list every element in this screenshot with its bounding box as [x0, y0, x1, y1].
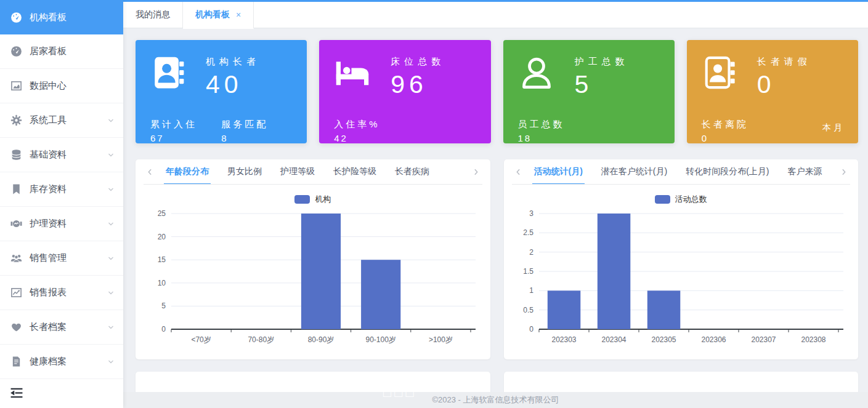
- sidebar-item-label: 护理资料: [30, 218, 107, 230]
- card-metric: 累计入住 67: [150, 119, 221, 143]
- legend-label: 机构: [315, 194, 331, 205]
- chevron-down-icon: [107, 151, 115, 159]
- chevron-down-icon: [107, 117, 115, 124]
- panel-tab-age-distribution-1[interactable]: 男女比例: [218, 159, 271, 184]
- tab-my-messages[interactable]: 我的消息: [123, 2, 183, 28]
- panel-tabs: 活动统计(月)潜在客户统计(月)转化时间段分布(上月)客户来源: [512, 159, 851, 185]
- bed-icon: [334, 55, 371, 111]
- metric-value: 42: [334, 133, 405, 143]
- svg-text:0.5: 0.5: [524, 306, 534, 314]
- heart-icon: [10, 321, 22, 334]
- sidebar-menu: 机构看板居家看板数据中心系统工具基础资料库存资料护理资料销售管理销售报表长者档案…: [0, 0, 123, 379]
- sidebar-item-home-dashboard[interactable]: 居家看板: [0, 34, 123, 69]
- person-outline-icon: [518, 55, 555, 111]
- sidebar-item-label: 基础资料: [30, 149, 107, 161]
- panel-tab-activity-stats-3[interactable]: 客户来源: [778, 159, 831, 184]
- sidebar: 机构看板居家看板数据中心系统工具基础资料库存资料护理资料销售管理销售报表长者档案…: [0, 0, 123, 408]
- metric-value: 0: [702, 133, 773, 143]
- panel-tabs: 年龄段分布男女比例护理等级长护险等级长者疾病: [144, 159, 482, 185]
- metric-value: 8: [221, 133, 292, 143]
- svg-text:90-100岁: 90-100岁: [365, 335, 395, 344]
- sidebar-item-label: 销售管理: [30, 252, 107, 264]
- metric-value: 18: [518, 133, 589, 143]
- sidebar-item-sales-report[interactable]: 销售报表: [0, 276, 123, 310]
- tab-org-dashboard[interactable]: 机构看板×: [183, 2, 254, 29]
- panel-tab-list: 年龄段分布男女比例护理等级长护险等级长者疾病: [156, 159, 469, 184]
- svg-text:202304: 202304: [602, 335, 627, 344]
- panel-tab-activity-stats-2[interactable]: 转化时间段分布(上月): [676, 159, 778, 184]
- panel-tab-activity-stats-1[interactable]: 潜在客户统计(月): [592, 159, 676, 184]
- metric-label: 员工总数: [518, 119, 589, 130]
- sidebar-item-system-tools[interactable]: 系统工具: [0, 103, 123, 138]
- card-value: 0: [757, 71, 811, 98]
- tab-bar: 我的消息机构看板×: [123, 2, 868, 28]
- svg-text:202305: 202305: [652, 335, 676, 344]
- gauge-icon: [10, 46, 22, 58]
- svg-text:202307: 202307: [752, 335, 776, 344]
- card-title: 长者请假: [757, 56, 811, 68]
- sidebar-item-elder-archive[interactable]: 长者档案: [0, 310, 123, 345]
- sidebar-item-label: 销售报表: [30, 287, 107, 298]
- bar-chart: 00.511.522.53202303202304202305202306202…: [514, 207, 847, 350]
- sidebar-item-data-center[interactable]: 数据中心: [0, 69, 123, 103]
- card-title: 护工总数: [575, 56, 629, 68]
- card-metric: 服务匹配 8: [221, 119, 292, 143]
- svg-text:15: 15: [157, 255, 166, 264]
- collapse-menu-icon[interactable]: [10, 388, 23, 398]
- card-value: 96: [391, 71, 445, 98]
- svg-text:10: 10: [157, 279, 166, 287]
- footer: □□□ ©2023 - 上海软富信息技术有限公司: [123, 392, 868, 408]
- chart-legend[interactable]: 机构: [136, 194, 490, 205]
- sidebar-item-base-data[interactable]: 基础资料: [0, 138, 123, 172]
- svg-text:2: 2: [530, 248, 534, 257]
- card-title: 机构长者: [206, 56, 260, 68]
- tabs-scroll-left-icon[interactable]: [512, 168, 525, 176]
- close-icon[interactable]: ×: [236, 10, 241, 20]
- card-metric: 员工总数 18: [518, 119, 589, 143]
- metric-label: 入住率%: [334, 119, 405, 130]
- extra-panels-row: [136, 372, 858, 392]
- address-book-outline-icon: [702, 55, 737, 111]
- chevron-down-icon: [107, 220, 115, 228]
- sidebar-item-nursing-data[interactable]: 护理资料: [0, 207, 123, 241]
- database-icon: [10, 149, 22, 161]
- card-metric: 入住率% 42: [334, 119, 405, 143]
- sidebar-item-sales-mgmt[interactable]: 销售管理: [0, 241, 123, 276]
- bar-chart: 0510152025<70岁70-80岁80-90岁90-100岁>100岁: [147, 207, 479, 350]
- legend-swatch-icon: [294, 195, 310, 204]
- sidebar-item-org-dashboard[interactable]: 机构看板: [0, 0, 123, 34]
- panel-tab-age-distribution-0[interactable]: 年龄段分布: [156, 159, 218, 184]
- panel-tab-age-distribution-4[interactable]: 长者疾病: [386, 159, 439, 184]
- panel-tab-activity-stats-0[interactable]: 活动统计(月): [525, 159, 592, 184]
- sidebar-item-label: 库存资料: [30, 183, 107, 195]
- chevron-down-icon: [107, 186, 115, 193]
- tabs-scroll-left-icon[interactable]: [144, 168, 156, 176]
- stat-card-elder-leave: 长者请假 0 长者离院 0 本月: [687, 40, 858, 143]
- panel-tab-age-distribution-3[interactable]: 长护险等级: [324, 159, 386, 184]
- svg-text:70-80岁: 70-80岁: [248, 335, 274, 344]
- svg-text:202303: 202303: [552, 335, 577, 344]
- chart-legend[interactable]: 活动总数: [504, 194, 859, 205]
- tabs-scroll-right-icon[interactable]: [469, 168, 482, 176]
- panel-tab-age-distribution-2[interactable]: 护理等级: [271, 159, 324, 184]
- address-book-icon: [150, 55, 186, 111]
- svg-text:<70岁: <70岁: [191, 335, 211, 344]
- main-area: 我的消息机构看板× 机构长者 40 累计入住 67 服务匹配 8 床位总数 96: [123, 0, 868, 408]
- metric-label: 累计入住: [150, 119, 221, 130]
- line-chart-icon: [10, 287, 22, 299]
- panel-extra-right: [504, 372, 859, 392]
- sidebar-item-health-archive[interactable]: 健康档案: [0, 345, 123, 379]
- sidebar-item-inventory-data[interactable]: 库存资料: [0, 172, 123, 207]
- chart-panel-age-distribution: 年龄段分布男女比例护理等级长护险等级长者疾病 机构 0510152025<70岁…: [136, 159, 490, 359]
- tab-label: 机构看板: [195, 9, 230, 20]
- svg-text:3: 3: [530, 209, 534, 218]
- file-icon: [10, 356, 22, 368]
- legend-swatch-icon: [655, 195, 670, 204]
- svg-text:80-90岁: 80-90岁: [307, 335, 334, 344]
- stat-cards-row: 机构长者 40 累计入住 67 服务匹配 8 床位总数 96 入住率% 42: [136, 40, 858, 143]
- tabs-scroll-right-icon[interactable]: [837, 168, 850, 176]
- bookmark-icon: [10, 183, 22, 196]
- app-root: 机构看板居家看板数据中心系统工具基础资料库存资料护理资料销售管理销售报表长者档案…: [0, 0, 868, 408]
- svg-text:202308: 202308: [801, 335, 826, 344]
- chevron-down-icon: [107, 289, 115, 297]
